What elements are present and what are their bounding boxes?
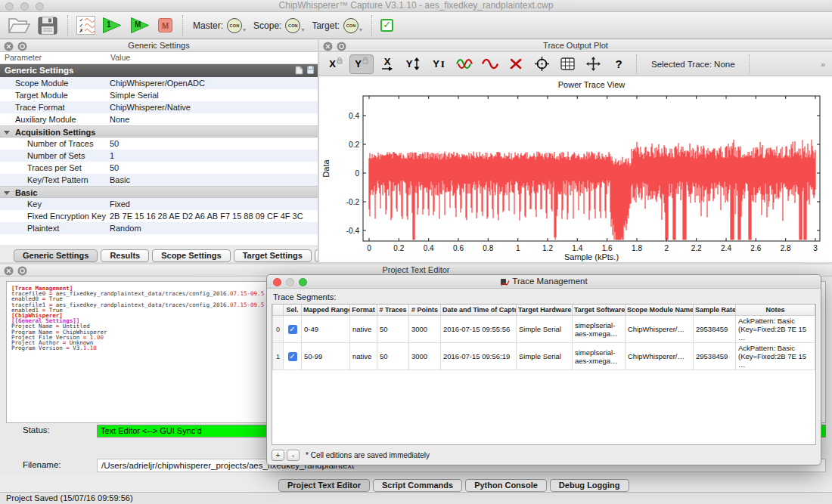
settings-row-trace-format[interactable]: Trace FormatChipWhisperer/Native xyxy=(0,101,318,113)
column-header-points[interactable]: # Points xyxy=(409,305,441,316)
close-panel-icon[interactable] xyxy=(323,42,333,51)
minimize-window-button[interactable] xyxy=(286,278,294,286)
table-cell[interactable]: 2016-07-15 09:56:19 xyxy=(441,343,517,370)
table-cell[interactable]: 0-49 xyxy=(302,316,350,343)
table-cell[interactable]: Simple Serial xyxy=(517,343,573,370)
y-lock-button[interactable]: Y xyxy=(349,54,374,74)
tab-target-settings[interactable]: Target Settings xyxy=(234,249,312,262)
y-cursor-button[interactable]: YI xyxy=(427,54,451,74)
tab-scope-settings[interactable]: Scope Settings xyxy=(152,249,230,262)
segment-checkbox[interactable]: ✓ xyxy=(288,352,297,361)
float-panel-icon[interactable] xyxy=(17,266,27,276)
target-dropdown-icon[interactable]: ▾ xyxy=(359,26,362,33)
save-settings-icon[interactable] xyxy=(306,66,315,74)
parameter-value[interactable]: 50 xyxy=(110,162,119,174)
column-header-scope-module-name[interactable]: Scope Module Name xyxy=(626,305,694,316)
parameter-value[interactable]: ChipWhisperer/Native xyxy=(110,101,191,113)
close-panel-icon[interactable] xyxy=(4,42,14,51)
collapse-triangle-icon[interactable] xyxy=(4,131,10,135)
table-cell[interactable]: 29538459 xyxy=(694,343,736,370)
close-window-button[interactable] xyxy=(5,2,14,11)
parameter-value[interactable]: Basic xyxy=(110,174,130,186)
parameter-value[interactable]: 2B 7E 15 16 28 AE D2 A6 AB F7 15 88 09 C… xyxy=(110,210,303,222)
table-cell[interactable]: 2016-07-15 09:55:56 xyxy=(441,316,517,343)
settings-row-key-text-pattern[interactable]: Key/Text PatternBasic xyxy=(0,174,318,186)
power-trace-plot[interactable]: 00.20.40.60.811.21.41.61.822.22.42.62.83… xyxy=(319,76,832,262)
y-range-button[interactable]: Y xyxy=(401,54,425,74)
close-panel-icon[interactable] xyxy=(4,266,14,276)
remove-segment-button[interactable]: - xyxy=(287,450,300,461)
column-header-target-hardware[interactable]: Target Hardware xyxy=(517,305,573,316)
parameter-value[interactable]: ChipWhisperer/OpenADC xyxy=(110,77,205,89)
column-header-sample-rate[interactable]: Sample Rate xyxy=(694,305,736,316)
settings-column-header[interactable]: Parameter Value xyxy=(0,52,318,64)
trace-segments-table[interactable]: Sel.Mapped RangeFormat# Traces# PointsDa… xyxy=(272,304,816,445)
settings-row-traces-per-set[interactable]: Traces per Set50 xyxy=(0,162,318,174)
help-button[interactable]: ? xyxy=(607,54,631,74)
master-connect-button[interactable]: CON xyxy=(227,18,242,33)
capture-stop-button[interactable]: M xyxy=(158,18,172,32)
settings-row-target-module[interactable]: Target ModuleSimple Serial xyxy=(0,89,318,101)
column-header-date-and-time-of-capture[interactable]: Date and Time of Capture xyxy=(441,305,517,316)
capture-one-button[interactable]: 1 xyxy=(102,17,122,34)
zoom-window-button[interactable] xyxy=(299,278,307,286)
table-cell[interactable]: 29538459 xyxy=(694,316,736,343)
column-header-traces[interactable]: # Traces xyxy=(377,305,409,316)
row-header[interactable]: 0 xyxy=(273,316,284,343)
trace-management-window[interactable]: Trace Management Trace Segments: Sel.Map… xyxy=(266,274,821,465)
table-cell[interactable]: 3000 xyxy=(409,343,441,370)
open-project-button[interactable] xyxy=(8,16,31,35)
grid-button[interactable] xyxy=(555,54,579,74)
minimize-window-button[interactable] xyxy=(20,2,29,11)
collapse-triangle-icon[interactable] xyxy=(4,191,10,195)
segment-checkbox[interactable]: ✓ xyxy=(288,325,297,334)
scope-dropdown-icon[interactable]: ▾ xyxy=(301,26,304,33)
x-autorange-button[interactable]: X xyxy=(375,54,399,74)
column-header-format[interactable]: Format xyxy=(350,305,377,316)
crosshair-button[interactable] xyxy=(529,54,554,74)
column-header-notes[interactable]: Notes xyxy=(736,305,815,316)
settings-row-scope-module[interactable]: Scope ModuleChipWhisperer/OpenADC xyxy=(0,77,318,89)
table-row[interactable]: 0✓0-49native5030002016-07-15 09:55:56Sim… xyxy=(273,316,815,343)
waves-compare-button[interactable] xyxy=(452,54,477,74)
toolbar-overflow-icon[interactable]: » xyxy=(821,60,827,69)
parameter-value[interactable]: Simple Serial xyxy=(110,89,159,101)
table-cell[interactable]: AckPattern: Basic (Key=Fixed:2B 7E 15 … xyxy=(736,343,815,370)
x-lock-button[interactable]: X xyxy=(324,54,348,74)
tab-project-text-editor[interactable]: Project Text Editor xyxy=(278,479,370,492)
float-panel-icon[interactable] xyxy=(17,42,27,51)
master-dropdown-icon[interactable]: ▾ xyxy=(243,26,246,33)
table-cell[interactable]: native xyxy=(350,343,377,370)
table-cell[interactable]: native xyxy=(350,316,377,343)
settings-row-number-of-traces[interactable]: Number of Traces50 xyxy=(0,138,318,150)
column-header-sel[interactable]: Sel. xyxy=(284,305,302,316)
table-cell[interactable]: simeplserial-aes-xmega… xyxy=(573,343,626,370)
table-cell[interactable]: 50-99 xyxy=(302,343,350,370)
settings-row-number-of-sets[interactable]: Number of Sets1 xyxy=(0,150,318,162)
settings-group-header[interactable]: Generic Settings xyxy=(0,64,318,77)
tab-debug-logging[interactable]: Debug Logging xyxy=(550,479,629,492)
capture-multi-button[interactable]: M xyxy=(130,17,150,34)
tab-python-console[interactable]: Python Console xyxy=(465,479,547,492)
table-row[interactable]: 1✓50-99native5030002016-07-15 09:56:19Si… xyxy=(273,343,815,370)
row-header[interactable]: 1 xyxy=(273,343,284,370)
tab-generic-settings[interactable]: Generic Settings xyxy=(14,249,98,262)
target-connect-button[interactable]: CON xyxy=(343,18,359,33)
table-cell[interactable]: ChipWhisperer/… xyxy=(626,316,694,343)
parameter-value[interactable]: 50 xyxy=(110,138,119,150)
tab-results[interactable]: Results xyxy=(101,249,149,262)
float-panel-icon[interactable] xyxy=(337,42,346,51)
table-cell[interactable]: 50 xyxy=(377,343,409,370)
zoom-window-button[interactable] xyxy=(36,2,44,11)
scope-connect-button[interactable]: CON xyxy=(285,18,300,33)
parameter-value[interactable]: 1 xyxy=(110,150,114,162)
settings-row-plaintext[interactable]: PlaintextRandom xyxy=(0,222,318,234)
table-cell[interactable]: AckPattern: Basic (Key=Fixed:2B 7E 15 … xyxy=(736,316,815,343)
validate-checkbox[interactable]: ✓ xyxy=(380,19,393,32)
new-file-icon[interactable] xyxy=(295,66,303,75)
table-cell[interactable]: ChipWhisperer/… xyxy=(626,343,694,370)
capture-settings-button[interactable]: ✓ ✓ ✗ xyxy=(76,16,95,35)
table-cell[interactable]: Simple Serial xyxy=(517,316,573,343)
parameter-value[interactable]: None xyxy=(110,113,129,125)
column-header-mapped-range[interactable]: Mapped Range xyxy=(302,305,350,316)
